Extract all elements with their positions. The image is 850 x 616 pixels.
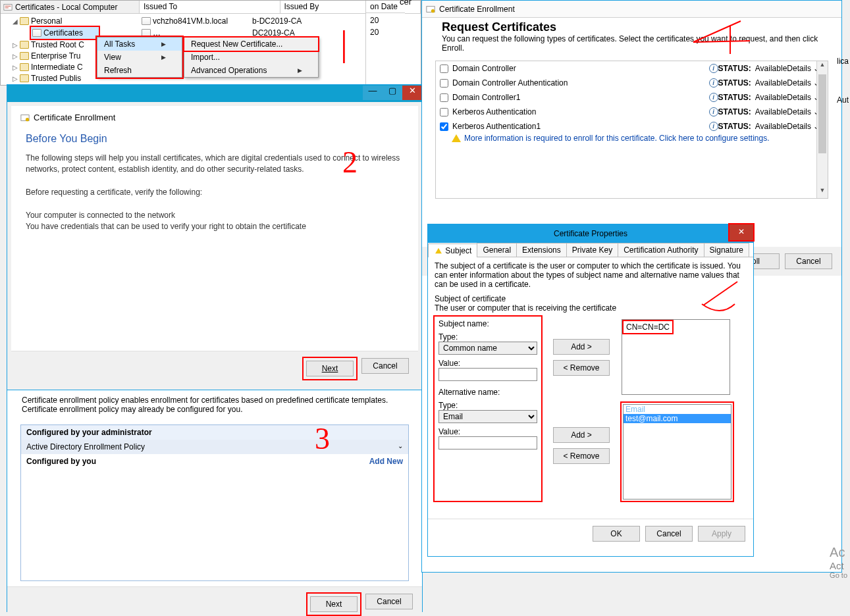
mmc-console: Certificates - Local Computer Issued To … — [0, 0, 421, 86]
listrow-issuer: b-DC2019-CA — [252, 15, 302, 27]
tab-general[interactable]: General — [477, 243, 517, 257]
template-row[interactable]: Kerberos AuthenticationiSTATUS: Availabl… — [436, 105, 828, 119]
apply-button[interactable]: Apply — [698, 526, 745, 542]
template-checkbox[interactable] — [440, 108, 448, 116]
policy-intro: Certificate enrollment policy enables en… — [7, 390, 422, 419]
submenu-arrow-icon: ▶ — [161, 54, 166, 61]
truncated-text: lica — [837, 57, 849, 66]
info-icon: i — [709, 93, 718, 102]
cancel-button[interactable]: Cancel — [365, 594, 413, 609]
details-toggle[interactable]: Details ⌄ — [787, 64, 820, 73]
svg-point-4 — [431, 9, 435, 13]
dialog-titlebar[interactable]: Certificate Properties ✕ — [428, 224, 753, 243]
tree-trusted-root[interactable]: ▷ Trusted Root C — [13, 39, 84, 51]
expand-icon[interactable]: ◢ — [13, 18, 18, 25]
scrollbar[interactable]: ▲ ▼ — [816, 61, 828, 198]
close-button[interactable]: ✕ — [402, 86, 422, 100]
ctx-request-new-certificate[interactable]: Request New Certificate... — [184, 38, 318, 51]
template-checkbox[interactable] — [440, 79, 448, 88]
scroll-down-icon[interactable]: ▼ — [817, 187, 828, 198]
warn-configure-link[interactable]: More information is required to enroll f… — [436, 134, 828, 143]
subject-add-button[interactable]: Add > — [553, 339, 610, 355]
close-button[interactable]: ✕ — [730, 224, 753, 240]
template-row[interactable]: Domain Controller1iSTATUS: AvailableDeta… — [436, 90, 828, 105]
submenu-arrow-icon: ▶ — [298, 67, 302, 74]
minimize-button[interactable]: — — [363, 86, 383, 100]
collapse-icon[interactable]: ▷ — [13, 64, 18, 71]
next-button[interactable]: Next — [306, 361, 354, 376]
template-row[interactable]: Domain ControlleriSTATUS: AvailableDetai… — [436, 61, 828, 76]
policy-ad-enrollment[interactable]: Active Directory Enrollment Policy ⌄ — [21, 440, 408, 454]
wizard-titlebar[interactable]: Certificate Enrollment — [422, 1, 841, 18]
template-checkbox[interactable] — [440, 93, 448, 102]
context-menu-level2: Request New Certificate... Import... Adv… — [184, 37, 319, 78]
subject-desc: The subject of a certificate is the user… — [435, 261, 747, 289]
warning-icon — [452, 134, 461, 142]
maximize-button[interactable]: ▢ — [383, 86, 402, 100]
wizard-titlebar[interactable]: Certificate Enrollment — ▢ ✕ — [7, 85, 422, 102]
alternative-name-label: Alternative name: — [438, 388, 537, 397]
cancel-button[interactable]: Cancel — [785, 253, 832, 269]
tab-signature[interactable]: Signature — [704, 243, 749, 257]
template-row[interactable]: Kerberos Authentication1iSTATUS: Availab… — [436, 119, 828, 134]
collapse-icon[interactable]: ▷ — [13, 41, 18, 49]
template-name: Domain Controller — [452, 64, 516, 73]
cert-icon — [142, 29, 151, 37]
subject-remove-button[interactable]: < Remove — [553, 360, 610, 376]
tab-subject[interactable]: Subject — [428, 244, 477, 257]
collapse-icon[interactable]: ▷ — [13, 75, 18, 82]
tab-ca[interactable]: Certification Authority — [618, 243, 704, 257]
ctx-view[interactable]: View▶ — [97, 51, 182, 64]
altname-value-input[interactable] — [438, 436, 537, 449]
info-icon: i — [709, 64, 718, 73]
collapse-icon[interactable]: ▷ — [13, 53, 18, 60]
details-toggle[interactable]: Details ⌄ — [787, 122, 820, 131]
ctx-all-tasks[interactable]: All Tasks▶ — [97, 38, 182, 51]
scroll-up-icon[interactable]: ▲ — [817, 61, 828, 72]
policy-group-you: Configured by you Add New — [21, 454, 408, 469]
details-toggle[interactable]: Details ⌄ — [787, 93, 820, 102]
tree-personal[interactable]: ◢ Personal — [13, 15, 62, 27]
ctx-advanced-operations[interactable]: Advanced Operations▶ — [184, 64, 318, 77]
tab-extensions[interactable]: Extensions — [516, 243, 567, 257]
tree-enterprise-trust[interactable]: ▷ Enterprise Tru — [13, 50, 80, 62]
listrow-cert[interactable]: vchzho841VM.b.local — [142, 15, 228, 27]
altname-add-button[interactable]: Add > — [553, 427, 610, 443]
subject-preview-list[interactable]: CN=CN=DC — [622, 319, 730, 395]
folder-icon — [20, 52, 29, 60]
tree-certificates[interactable]: Certificates — [31, 27, 99, 39]
template-row[interactable]: Domain Controller AuthenticationiSTATUS:… — [436, 76, 828, 90]
altname-preview-list[interactable]: Email test@mail.com — [623, 404, 731, 500]
template-name: Kerberos Authentication1 — [452, 122, 541, 131]
svg-rect-0 — [4, 4, 12, 10]
cancel-button[interactable]: Cancel — [361, 358, 409, 374]
truncated-text: Aut — [837, 95, 849, 105]
tree-trusted-publishers[interactable]: ▷ Trusted Publis — [13, 72, 81, 84]
details-toggle[interactable]: Details ⌄ — [787, 78, 820, 88]
altname-remove-button[interactable]: < Remove — [553, 448, 610, 464]
info-icon: i — [709, 78, 718, 88]
cert-icon — [142, 17, 151, 25]
folder-icon — [20, 17, 29, 25]
ctx-import[interactable]: Import... — [184, 51, 318, 64]
details-toggle[interactable]: Details ⌄ — [787, 107, 820, 116]
step-desc: You can request the following types of c… — [422, 34, 841, 61]
template-checkbox[interactable] — [440, 122, 448, 131]
cancel-button[interactable]: Cancel — [645, 526, 693, 542]
subject-type-select[interactable]: Common name — [438, 342, 537, 355]
template-checkbox[interactable] — [440, 64, 448, 73]
scroll-thumb[interactable] — [818, 74, 826, 153]
add-new-link[interactable]: Add New — [369, 457, 403, 466]
ok-button[interactable]: OK — [593, 526, 640, 542]
tab-private-key[interactable]: Private Key — [566, 243, 618, 257]
altname-type-select[interactable]: Email — [438, 410, 537, 423]
ctx-refresh[interactable]: Refresh — [97, 64, 182, 77]
next-button[interactable]: Next — [310, 596, 358, 612]
chevron-down-icon[interactable]: ⌄ — [398, 442, 403, 451]
subject-value-input[interactable] — [438, 368, 537, 381]
tree-intermediate[interactable]: ▷ Intermediate C — [13, 61, 83, 73]
policy-empty-area — [21, 469, 408, 580]
subj-of-cert-label: Subject of certificate — [435, 294, 747, 303]
info-icon: i — [709, 122, 718, 131]
col-issued-to[interactable]: Issued To — [140, 1, 280, 13]
